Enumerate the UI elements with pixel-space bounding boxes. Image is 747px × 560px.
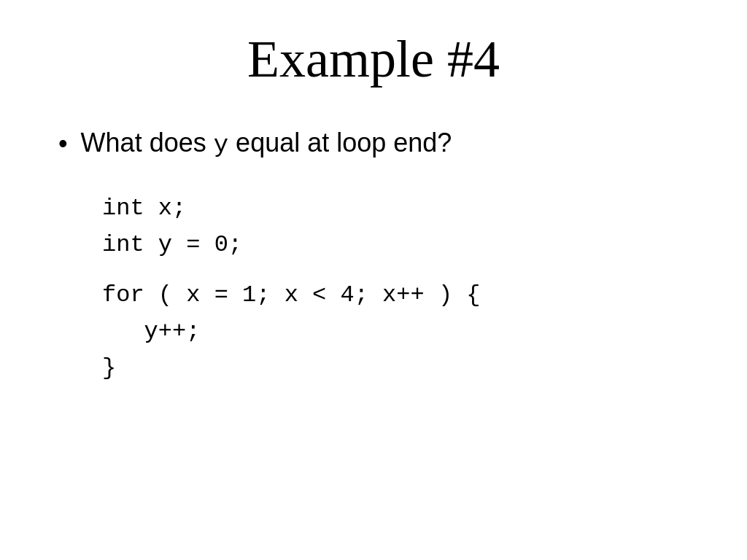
code-block: int x; int y = 0; for ( x = 1; x < 4; x+… — [102, 190, 480, 386]
bullet-text: What does y equal at loop end? — [81, 126, 452, 161]
code-line-4: y++; — [102, 314, 480, 350]
bullet-dot: • — [58, 128, 68, 159]
bullet-text-before: What does — [81, 128, 214, 158]
code-line-2: int y = 0; — [102, 227, 480, 263]
slide: Example #4 • What does y equal at loop e… — [0, 0, 747, 560]
slide-title: Example #4 — [58, 29, 689, 90]
bullet-variable: y — [214, 131, 228, 159]
code-line-3: for ( x = 1; x < 4; x++ ) { — [102, 277, 480, 314]
code-line-5: } — [102, 350, 480, 386]
bullet-item: • What does y equal at loop end? — [58, 126, 452, 161]
bullet-text-after: equal at loop end? — [228, 128, 452, 158]
code-spacer — [102, 262, 480, 277]
code-line-1: int x; — [102, 190, 480, 227]
